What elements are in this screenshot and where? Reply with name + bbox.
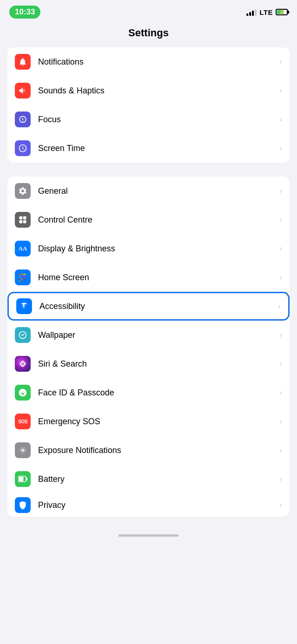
screen-time-icon <box>15 140 31 156</box>
emergency-sos-chevron: › <box>279 417 282 426</box>
privacy-label: Privacy <box>38 500 276 510</box>
sounds-icon <box>15 83 31 99</box>
svg-rect-12 <box>19 278 20 280</box>
home-screen-label: Home Screen <box>38 273 276 283</box>
emergency-sos-label: Emergency SOS <box>38 417 276 427</box>
svg-rect-11 <box>26 276 27 277</box>
exposure-icon <box>15 442 31 458</box>
sidebar-item-wallpaper[interactable]: Wallpaper › <box>7 321 290 349</box>
control-centre-chevron: › <box>279 215 282 224</box>
svg-rect-14 <box>24 278 25 280</box>
svg-rect-27 <box>26 478 28 480</box>
general-chevron: › <box>279 186 282 196</box>
wallpaper-chevron: › <box>279 330 282 340</box>
svg-rect-8 <box>19 276 20 277</box>
svg-rect-17 <box>24 281 25 282</box>
face-id-label: Face ID & Passcode <box>38 388 276 398</box>
battery-settings-icon <box>15 471 31 487</box>
svg-point-21 <box>22 363 24 365</box>
settings-group-2: General › Control Centre › AA Display & … <box>7 177 290 517</box>
sidebar-item-battery[interactable]: Battery › <box>7 465 290 493</box>
sidebar-item-exposure-notifications[interactable]: Exposure Notifications › <box>7 436 290 465</box>
battery-label: Battery <box>38 474 276 484</box>
home-indicator <box>0 531 297 539</box>
sidebar-item-privacy[interactable]: Privacy › <box>7 493 290 517</box>
sidebar-item-siri-search[interactable]: Siri & Search › <box>7 349 290 378</box>
sounds-chevron: › <box>279 86 282 95</box>
home-bar <box>118 534 179 537</box>
settings-group-1: Notifications › Sounds & Haptics › Focus… <box>7 47 290 163</box>
wallpaper-label: Wallpaper <box>38 330 276 340</box>
svg-rect-2 <box>19 220 23 223</box>
focus-icon <box>15 112 31 127</box>
exposure-chevron: › <box>279 446 282 455</box>
battery-body: ⚡ <box>276 9 288 15</box>
notifications-icon <box>15 54 31 70</box>
signal-bar-3 <box>252 11 254 16</box>
signal-bars <box>246 8 257 16</box>
screen-time-chevron: › <box>279 144 282 153</box>
face-id-chevron: › <box>279 388 282 397</box>
accessibility-label: Accessibility <box>39 302 274 311</box>
sidebar-item-face-id[interactable]: Face ID & Passcode › <box>7 378 290 407</box>
exposure-label: Exposure Notifications <box>38 446 276 455</box>
notifications-label: Notifications <box>38 57 276 67</box>
wallpaper-icon <box>15 327 31 343</box>
siri-icon <box>15 356 31 372</box>
privacy-icon <box>15 497 31 513</box>
svg-rect-4 <box>19 274 20 275</box>
sidebar-item-general[interactable]: General › <box>7 177 290 205</box>
sidebar-item-sounds-haptics[interactable]: Sounds & Haptics › <box>7 76 290 105</box>
battery-bolt: ⚡ <box>279 10 284 15</box>
accessibility-chevron: › <box>278 302 281 311</box>
page-title: Settings <box>0 22 297 47</box>
home-screen-icon <box>15 269 31 285</box>
svg-rect-0 <box>19 217 23 220</box>
battery-chevron: › <box>279 474 282 484</box>
sidebar-item-accessibility[interactable]: Accessibility › <box>7 292 290 321</box>
svg-rect-7 <box>26 274 27 275</box>
svg-rect-16 <box>21 281 23 282</box>
display-brightness-icon: AA <box>15 241 31 256</box>
status-right: LTE ⚡ <box>246 8 288 16</box>
home-screen-chevron: › <box>279 273 282 282</box>
sidebar-item-focus[interactable]: Focus › <box>7 105 290 134</box>
screen-time-label: Screen Time <box>38 144 276 153</box>
status-time: 10:33 <box>9 6 40 19</box>
control-centre-icon <box>15 212 31 228</box>
svg-point-22 <box>22 449 24 452</box>
status-bar: 10:33 LTE ⚡ <box>0 0 297 22</box>
sidebar-item-control-centre[interactable]: Control Centre › <box>7 205 290 234</box>
siri-label: Siri & Search <box>38 359 276 369</box>
svg-rect-6 <box>24 274 25 275</box>
privacy-chevron: › <box>279 500 282 510</box>
svg-rect-5 <box>21 274 23 275</box>
signal-bar-4 <box>255 9 257 16</box>
sidebar-item-emergency-sos[interactable]: SOS Emergency SOS › <box>7 407 290 436</box>
siri-chevron: › <box>279 359 282 368</box>
notifications-chevron: › <box>279 57 282 66</box>
sidebar-item-home-screen[interactable]: Home Screen › <box>7 263 290 292</box>
sidebar-item-display-brightness[interactable]: AA Display & Brightness › <box>7 234 290 263</box>
focus-chevron: › <box>279 115 282 124</box>
svg-rect-15 <box>19 281 20 282</box>
sidebar-item-notifications[interactable]: Notifications › <box>7 47 290 76</box>
svg-rect-10 <box>24 276 25 277</box>
control-centre-label: Control Centre <box>38 215 276 225</box>
sounds-label: Sounds & Haptics <box>38 86 276 96</box>
accessibility-icon <box>16 298 32 314</box>
display-brightness-label: Display & Brightness <box>38 244 276 254</box>
signal-bar-1 <box>246 13 248 16</box>
signal-bar-2 <box>249 12 251 16</box>
sidebar-item-screen-time[interactable]: Screen Time › <box>7 134 290 163</box>
svg-rect-3 <box>23 220 26 223</box>
svg-rect-26 <box>19 477 24 481</box>
general-label: General <box>38 186 276 196</box>
svg-rect-13 <box>21 278 23 280</box>
general-icon <box>15 183 31 199</box>
display-brightness-chevron: › <box>279 244 282 253</box>
focus-label: Focus <box>38 115 276 125</box>
battery-icon: ⚡ <box>276 9 288 15</box>
lte-label: LTE <box>259 8 273 16</box>
face-id-icon <box>15 385 31 401</box>
